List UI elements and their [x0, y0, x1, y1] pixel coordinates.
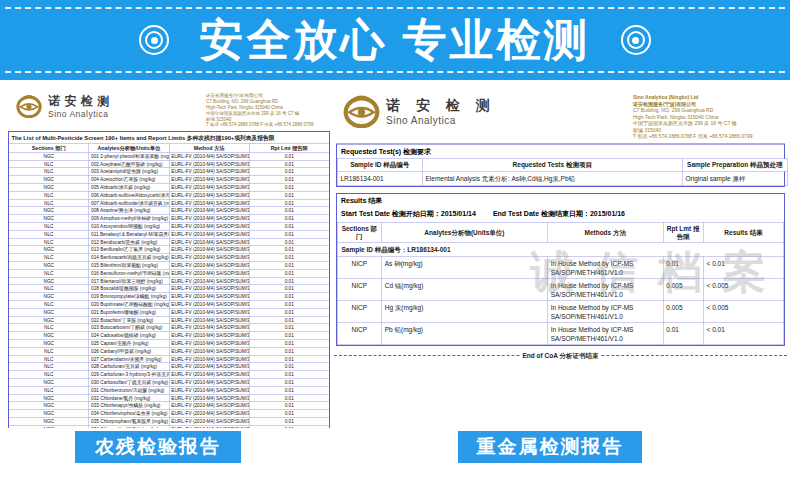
start-date-value: 2015/01/14 [441, 209, 476, 217]
logo-name-en: Sino Analytica [48, 109, 114, 119]
pesticide-table-row: NGC 035 Chlorpropham/氯苯胺灵 (mg/kg) EURL-F… [9, 417, 330, 425]
pesticide-table-row: NGC 021 Buprofezin/噻嗪酮 (mg/kg) EURL-FV (… [9, 308, 330, 316]
cell-method: In House Method by ICP-MS SA/SOP/METH/46… [547, 257, 663, 279]
cell-rpt-limit: 0.01 [249, 378, 329, 386]
cell-section: NLC [9, 347, 89, 355]
cell-rpt-limit: 0.01 [249, 324, 329, 332]
col-header-results: Results 结果 [703, 222, 783, 242]
cell-analyte: 033 Chlorfenapyr/虫螨腈 (mg/kg) [89, 402, 169, 410]
cell-section: NLC [9, 238, 89, 246]
cell-method: EURL-FV (2010-M4) SA/SOP/SUM/304GC V3.0 [169, 402, 249, 410]
pesticide-table-row: NLC 002 Acephate/乙酰甲胺磷 (mg/kg) EURL-FV (… [9, 160, 330, 168]
pesticide-table-row: NGC 025 Captan/克菌丹 (mg/kg) EURL-FV (2010… [9, 339, 330, 347]
cell-rpt-limit: 0.01 [249, 293, 329, 301]
sample-id-span-row: Sample ID 样品编号：LR186134-001 [337, 242, 784, 256]
cell-section: NICP [337, 279, 381, 301]
cell-section: NLC [9, 160, 89, 168]
cell-rpt-limit: 0.01 [249, 386, 329, 394]
col-header-sample-prep: Sample Preparation 样品预处理 [682, 159, 787, 172]
cell-analyte: 013 Benfluralin/乙丁氟灵 (mg/kg) [89, 246, 169, 254]
cell-section: NLC [9, 371, 89, 379]
cell-section: NLC [9, 254, 89, 262]
cell-method: EURL-FV (2010-M4) SA/SOP/SUM/304GC V3.0 [169, 246, 249, 254]
pesticide-table-row: NGC 004 Acetochlor/乙草胺 (mg/kg) EURL-FV (… [9, 176, 330, 184]
target-rings-icon-left [139, 25, 169, 55]
cell-analyte: 002 Acephate/乙酰甲胺磷 (mg/kg) [89, 160, 169, 168]
pesticide-report-document: 诺安检测 Sino Analytica 诺安检测服务(宁波)有限公司C7 Bui… [8, 86, 330, 428]
cell-analyte: 035 Chlorpropham/氯苯胺灵 (mg/kg) [89, 417, 169, 425]
results-table-row: NICP Hg 汞(mg/kg) In House Method by ICP-… [337, 301, 784, 323]
cell-method: EURL-FV (2010-M4) SA/SOP/SUM/304GC V3.0 [169, 417, 249, 425]
cell-section: NGC [9, 207, 89, 215]
results-table: Sections 部门 Analytes分析物(Units单位) Methods… [337, 222, 784, 345]
cell-rpt-limit: 0.01 [249, 410, 329, 418]
test-dates-line: Start Test Date 检测开始日期：2015/01/14 End Te… [337, 208, 784, 222]
cell-method: EURL-FV (2010-M4) SA/SOP/SUM/304GC V3.0 [169, 215, 249, 223]
company-address-block: 诺安检测服务(宁波)有限公司C7 Building, NO. 299 Guang… [206, 93, 326, 128]
results-title: Results 结果 [337, 194, 784, 208]
cell-method: EURL-FV (2010-M4) SA/SOP/SUM/304LC V3.0 [169, 160, 249, 168]
cell-method: EURL-FV (2010-M4) SA/SOP/SUM/304LC V3.0 [169, 371, 249, 379]
cell-method: EURL-FV (2010-M4) SA/SOP/SUM/304LC V3.0 [169, 168, 249, 176]
cell-prep: Original sample 原样 [682, 171, 787, 186]
cell-section: NGC [9, 277, 89, 285]
cell-method: EURL-FV (2010-M4) SA/SOP/SUM/304GC V3.0 [169, 410, 249, 418]
pesticide-table-row: NGC 009 Azinphos-methyl/保棉磷 (mg/kg) EURL… [9, 215, 330, 223]
cell-method: EURL-FV (2010-M4) SA/SOP/SUM/304GC V3.0 [169, 308, 249, 316]
pesticide-table-row: NGC 033 Chlorfenapyr/虫螨腈 (mg/kg) EURL-FV… [9, 402, 330, 410]
cell-section: NLC [9, 168, 89, 176]
col-header-sections: Sections 部门 [9, 144, 89, 153]
cell-section: NLC [9, 191, 89, 199]
pesticide-table-row: NGC 032 Chlordane/氯丹 (mg/kg) EURL-FV (20… [9, 394, 330, 402]
address-line: T 电话 +86 574 2886 0788 F 传真 +86 574 2886… [206, 122, 326, 128]
cell-method: In House Method by ICP-MS SA/SOP/METH/46… [547, 323, 663, 345]
cell-rpt-limit: 0.01 [663, 323, 703, 345]
cell-section: NGC [9, 184, 89, 192]
cell-section: NICP [337, 323, 381, 345]
cell-analyte: As 砷(mg/kg) [381, 257, 547, 279]
cell-method: EURL-FV (2010-M4) SA/SOP/SUM/304LC V3.0 [169, 199, 249, 207]
cell-result: < 0.01 [703, 257, 783, 279]
cell-method: EURL-FV (2010-M4) SA/SOP/SUM/304LC V3.0 [169, 223, 249, 231]
results-table-row: NICP Cd 镉(mg/kg) In House Method by ICP-… [337, 279, 784, 301]
cell-rpt-limit: 0.01 [249, 152, 329, 160]
cell-section: NGC [9, 410, 89, 418]
cell-rpt-limit: 0.01 [249, 425, 329, 428]
cell-analyte: 014 Benfuracarb/丙硫克百威 (mg/kg) [89, 254, 169, 262]
pesticide-table-row: NGC 024 Cadusafos/硫线磷 (mg/kg) EURL-FV (2… [9, 332, 330, 340]
cell-analyte: 023 Butocarboxim/丁酮威 (mg/kg) [89, 324, 169, 332]
col-header-rpt-lmt: Rpt Lmt 报告限 [663, 222, 703, 242]
cell-rpt-limit: 0.01 [249, 402, 329, 410]
cell-analyte: 025 Captan/克菌丹 (mg/kg) [89, 339, 169, 347]
pesticide-table-row: NLC 014 Benfuracarb/丙硫克百威 (mg/kg) EURL-F… [9, 254, 330, 262]
cell-analyte: 034 Chlorfenvinphos/毒虫畏 (mg/kg) [89, 410, 169, 418]
logo-name-cn: 诺 安 检 测 [386, 96, 496, 115]
cell-rpt-limit: 0.01 [249, 332, 329, 340]
requested-tests-title: Requested Test(s) 检测要求 [337, 145, 784, 159]
cell-analyte: Hg 汞(mg/kg) [381, 301, 547, 323]
cell-result: < 0.01 [703, 323, 783, 345]
cell-rpt-limit: 0.01 [249, 417, 329, 425]
cell-rpt-limit: 0.01 [663, 257, 703, 279]
cell-section: NGC [9, 402, 89, 410]
pesticide-table-row: NLC 026 Carbaryl/甲萘威 (mg/kg) EURL-FV (20… [9, 347, 330, 355]
pesticide-table-row: NLC 020 Bupirimate/乙嘧酚磺酸酯 (mg/kg) EURL-F… [9, 300, 330, 308]
cell-section: NLC [9, 199, 89, 207]
pesticide-table-row: NLC 018 Boscalid/啶酰菌胺 (mg/kg) EURL-FV (2… [9, 285, 330, 293]
cell-section: NLC [9, 363, 89, 371]
cell-section: NLC [9, 223, 89, 231]
cell-rpt-limit: 0.01 [249, 184, 329, 192]
cell-section: NGC [9, 378, 89, 386]
cell-analyte: 031 Chlorbenzuron/灭幼脲 (mg/kg) [89, 386, 169, 394]
cell-rpt-limit: 0.01 [249, 262, 329, 270]
banner-dashed-line-top [5, 7, 785, 9]
cell-rpt-limit: 0.01 [249, 300, 329, 308]
col-header-methods: Methods 方法 [547, 222, 663, 242]
cell-method: In House Method by ICP-MS SA/SOP/METH/46… [547, 279, 663, 301]
pesticide-table-row: NLC 003 Acetamiprid/啶虫脒 (mg/kg) EURL-FV … [9, 168, 330, 176]
cell-method: EURL-FV (2010-M4) SA/SOP/SUM/304LC V3.0 [169, 363, 249, 371]
pesticide-table-row: NGC 022 Butachlor/丁草胺 (mg/kg) EURL-FV (2… [9, 316, 330, 324]
cell-rpt-limit: 0.01 [249, 199, 329, 207]
cell-rpt-limit: 0.01 [249, 347, 329, 355]
pesticide-table-row: NGC 017 Bitertanol/联苯三唑醇 (mg/kg) EURL-FV… [9, 277, 330, 285]
